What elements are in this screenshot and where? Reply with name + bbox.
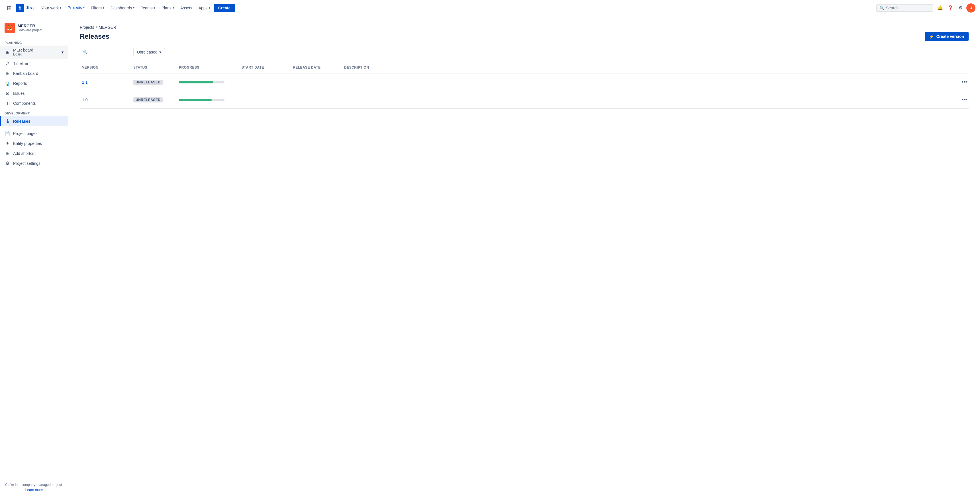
version-cell: 1.1 <box>80 79 131 86</box>
release-date-cell <box>291 81 342 83</box>
grid-menu-button[interactable]: ⊞ <box>5 3 14 13</box>
col-description: Description <box>342 64 957 71</box>
status-badge: UNRELEASED <box>133 97 163 103</box>
release-date-cell <box>291 99 342 101</box>
nav-plans[interactable]: Plans ▾ <box>159 4 177 12</box>
page-title: Releases <box>80 32 110 40</box>
search-box[interactable]: 🔍 Search <box>876 4 933 12</box>
col-progress[interactable]: Progress <box>177 64 239 71</box>
sidebar-item-label: Project pages <box>13 131 38 136</box>
nav-dashboards[interactable]: Dashboards ▾ <box>108 4 138 12</box>
sidebar-item-kanban[interactable]: ⊞ Kanban board <box>0 68 68 78</box>
search-icon: 🔍 <box>880 6 884 10</box>
chevron-down-icon: ▾ <box>173 6 174 10</box>
breadcrumb-projects[interactable]: Projects <box>80 25 94 30</box>
jira-logo[interactable]: Jira <box>16 4 33 12</box>
nav-apps[interactable]: Apps ▾ <box>196 4 213 12</box>
top-navigation: ⊞ Jira Your work ▾ Projects ▾ Filters ▾ … <box>0 0 980 16</box>
breadcrumb: Projects / MERGER <box>80 25 969 30</box>
sidebar-item-label: Issues <box>13 91 24 96</box>
user-avatar[interactable]: U <box>966 3 975 13</box>
flash-icon: ⚡ <box>929 34 934 39</box>
sidebar-item-project-pages[interactable]: 📄 Project pages <box>0 128 68 138</box>
progress-bar-fill <box>179 99 212 101</box>
version-link[interactable]: 1.0 <box>82 98 88 102</box>
top-nav-items: Your work ▾ Projects ▾ Filters ▾ Dashboa… <box>38 4 874 12</box>
releases-icon: ⤓ <box>5 119 10 124</box>
topnav-icons: 🔔 ❓ ⚙ U <box>935 3 975 13</box>
chevron-down-icon: ▾ <box>83 6 84 9</box>
nav-your-work[interactable]: Your work ▾ <box>38 4 64 12</box>
col-actions <box>957 64 969 71</box>
chevron-down-icon: ▾ <box>62 50 64 54</box>
timeline-icon: ⏱ <box>5 61 10 66</box>
company-managed-text: You're in a company-managed project <box>5 483 64 487</box>
create-version-button[interactable]: ⚡ Create version <box>925 32 969 41</box>
progress-cell <box>177 80 239 84</box>
col-start-date[interactable]: Start date <box>239 64 291 71</box>
board-name: MER board <box>13 48 33 52</box>
col-status[interactable]: Status <box>131 64 177 71</box>
col-version[interactable]: Version <box>80 64 131 71</box>
development-label: DEVELOPMENT <box>0 108 68 116</box>
version-link[interactable]: 1.1 <box>82 80 88 84</box>
version-search-box[interactable]: 🔍 <box>80 48 131 56</box>
main-content: Projects / MERGER Releases ⚡ Create vers… <box>68 16 980 501</box>
notifications-button[interactable]: 🔔 <box>935 3 945 13</box>
issues-icon: ⊠ <box>5 90 10 96</box>
nav-assets[interactable]: Assets <box>178 4 195 12</box>
sidebar-item-label: Kanban board <box>13 71 38 76</box>
learn-more-link[interactable]: Learn more <box>5 488 64 492</box>
row-more-button[interactable]: ••• <box>959 96 969 104</box>
table-row: 1.1 UNRELEASED ••• <box>80 73 969 91</box>
sidebar-item-add-shortcut[interactable]: ⊞ Add shortcut <box>0 148 68 158</box>
breadcrumb-separator: / <box>96 25 97 30</box>
search-icon: 🔍 <box>83 50 88 54</box>
sidebar-item-label: Timeline <box>13 61 28 66</box>
releases-table: Version Status Progress Start date Relea… <box>80 62 969 109</box>
entity-icon: ✦ <box>5 141 10 146</box>
sidebar-item-label: Add shortcut <box>13 151 36 156</box>
sidebar-item-timeline[interactable]: ⏱ Timeline <box>0 59 68 68</box>
sidebar-item-reports[interactable]: 📊 Reports <box>0 78 68 88</box>
description-cell <box>342 99 957 101</box>
create-version-label: Create version <box>936 34 964 39</box>
chevron-down-icon: ▾ <box>209 6 210 10</box>
sidebar-item-components[interactable]: ◫ Components <box>0 98 68 108</box>
create-button[interactable]: Create <box>214 4 235 12</box>
app-layout: 🦊 MERGER Software project PLANNING ⊞ MER… <box>0 16 980 501</box>
progress-bar-container <box>179 81 237 83</box>
project-name: MERGER <box>18 24 64 28</box>
settings-button[interactable]: ⚙ <box>956 3 965 13</box>
nav-teams[interactable]: Teams ▾ <box>138 4 158 12</box>
board-icon: ⊞ <box>5 49 10 55</box>
status-cell: UNRELEASED <box>131 79 177 86</box>
project-type: Software project <box>18 28 64 32</box>
sidebar-item-releases[interactable]: ⤓ Releases <box>0 116 68 126</box>
version-search-input[interactable] <box>89 50 128 54</box>
help-button[interactable]: ❓ <box>946 3 955 13</box>
breadcrumb-project[interactable]: MERGER <box>99 25 116 30</box>
sidebar: 🦊 MERGER Software project PLANNING ⊞ MER… <box>0 16 68 501</box>
sidebar-item-label: Releases <box>13 119 30 124</box>
jira-logo-svg <box>18 5 22 11</box>
status-filter-dropdown[interactable]: Unreleased ▾ <box>133 48 165 56</box>
progress-bar-container <box>179 99 237 101</box>
col-release-date[interactable]: Release date <box>291 64 342 71</box>
planning-label: PLANNING <box>0 38 68 46</box>
sidebar-item-entity-properties[interactable]: ✦ Entity properties <box>0 138 68 148</box>
board-type: Board <box>13 52 33 56</box>
sidebar-item-project-settings[interactable]: ⚙ Project settings <box>0 158 68 168</box>
table-row: 1.0 UNRELEASED ••• <box>80 91 969 109</box>
nav-filters[interactable]: Filters ▾ <box>88 4 107 12</box>
sidebar-item-issues[interactable]: ⊠ Issues <box>0 88 68 98</box>
nav-projects[interactable]: Projects ▾ <box>65 4 88 12</box>
status-badge: UNRELEASED <box>133 80 163 85</box>
page-header: Releases ⚡ Create version <box>80 32 969 41</box>
status-filter-label: Unreleased <box>137 50 158 54</box>
sidebar-item-mer-board[interactable]: ⊞ MER board Board ▾ <box>0 46 68 59</box>
jira-logo-text: Jira <box>25 5 33 11</box>
sidebar-project: 🦊 MERGER Software project <box>0 21 68 38</box>
row-more-button[interactable]: ••• <box>959 78 969 86</box>
sidebar-item-label: Reports <box>13 81 27 86</box>
